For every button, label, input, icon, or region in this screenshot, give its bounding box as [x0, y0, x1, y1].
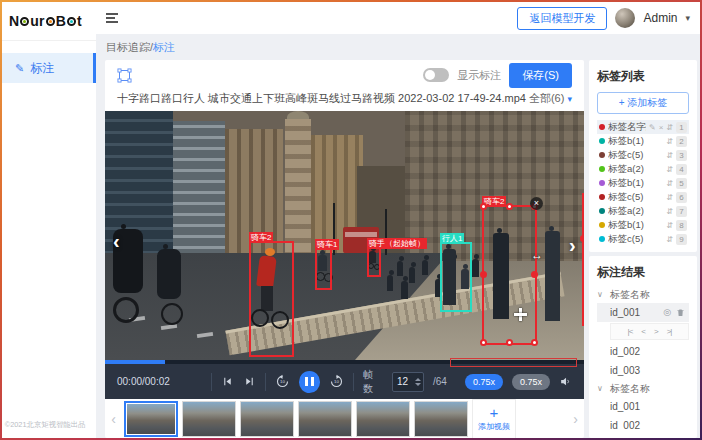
- shortcut-badge: 2: [676, 136, 687, 147]
- volume-icon[interactable]: [559, 375, 572, 388]
- thumbnail-image: [183, 402, 235, 436]
- prev-frame-button[interactable]: [221, 375, 234, 388]
- tree-item[interactable]: id_001: [597, 397, 689, 416]
- next-frame-button[interactable]: [243, 375, 256, 388]
- pencil-icon: ✎: [15, 62, 24, 75]
- rect-select-icon[interactable]: [117, 68, 132, 83]
- add-video-button[interactable]: + 添加视频: [472, 399, 516, 439]
- pager-button[interactable]: >|: [667, 327, 672, 336]
- resize-handle[interactable]: [480, 271, 487, 278]
- back-to-model-dev-button[interactable]: 返回模型开发: [517, 7, 607, 30]
- resize-handle[interactable]: [480, 339, 487, 346]
- filter-dropdown[interactable]: 全部(6) ▾: [529, 91, 572, 106]
- frame-input[interactable]: [392, 372, 424, 392]
- tag-row[interactable]: 标签c(5)⇵3: [597, 148, 689, 162]
- save-button[interactable]: 保存(S): [509, 63, 572, 88]
- video-prev-button[interactable]: ‹: [113, 231, 120, 251]
- frame-stepper[interactable]: [415, 378, 421, 386]
- delete-icon[interactable]: ×: [659, 123, 664, 132]
- thumbnail[interactable]: [298, 401, 352, 437]
- tree-item-label: id_001: [610, 397, 640, 416]
- thumbs-next-button[interactable]: ›: [569, 411, 582, 427]
- resize-handle[interactable]: [506, 339, 513, 346]
- speed-pill-active[interactable]: 0.75x: [465, 374, 503, 390]
- thumbs-prev-button[interactable]: ‹: [107, 411, 120, 427]
- tag-row[interactable]: 标签c(5)⇵9: [597, 232, 689, 246]
- logo-text: t: [77, 13, 82, 29]
- resize-handle[interactable]: [480, 203, 487, 210]
- add-tag-button[interactable]: + 添加标签: [597, 92, 689, 114]
- resize-handle[interactable]: [580, 235, 584, 242]
- breadcrumb-parent[interactable]: 目标追踪: [106, 41, 150, 53]
- video-canvas[interactable]: 骑车2骑车1骑手（起始帧）行人1骑车2×↔ ‹ ›: [105, 111, 584, 360]
- thumbnail[interactable]: [240, 401, 294, 437]
- tag-row[interactable]: 标签b(1)⇵8: [597, 218, 689, 232]
- menu-fold-icon[interactable]: [106, 13, 118, 23]
- tree-group-header[interactable]: ∨标签名称: [597, 286, 689, 303]
- bbox[interactable]: 骑车1: [315, 248, 332, 290]
- sidebar-item-annotate[interactable]: ✎ 标注: [2, 53, 96, 83]
- bbox[interactable]: 行人1: [440, 242, 472, 312]
- frame-number-field[interactable]: [397, 376, 413, 387]
- tag-row[interactable]: 标签名字最长数...✎×⇵1: [597, 120, 689, 134]
- thumbnail[interactable]: [414, 401, 468, 437]
- thumbnail[interactable]: [182, 401, 236, 437]
- edit-icon[interactable]: ✎: [649, 123, 656, 132]
- tag-row[interactable]: 标签c(5)⇵6: [597, 190, 689, 204]
- pager-button[interactable]: <: [641, 327, 645, 336]
- tag-row[interactable]: 标签b(1)⇵2: [597, 134, 689, 148]
- avatar[interactable]: [615, 8, 635, 28]
- video-title: 十字路口路口行人 城市交通上下班高峰斑马线过马路视频 2022-03-02 17…: [117, 91, 526, 106]
- shortcut-arrows-icon: ⇵: [666, 207, 673, 216]
- pause-button[interactable]: [299, 371, 321, 393]
- tag-label: 标签c(5): [608, 149, 663, 162]
- move-cursor-icon: [514, 308, 527, 321]
- show-annotation-toggle[interactable]: [423, 68, 449, 82]
- resize-handle[interactable]: [531, 339, 538, 346]
- tree-item[interactable]: id_002: [597, 342, 689, 361]
- caret-down-icon[interactable]: ▾: [685, 13, 690, 23]
- shortcut-badge: 7: [676, 206, 687, 217]
- breadcrumb: 目标追踪/标注: [106, 40, 697, 55]
- thumbnail-image: [127, 404, 175, 434]
- history-icon[interactable]: ◎: [663, 303, 671, 322]
- thumbnail-image: [299, 402, 351, 436]
- logo-text: B: [56, 13, 66, 29]
- thumbnail[interactable]: [124, 401, 178, 437]
- result-tree: ∨标签名称id_001◎|<<>>|id_002id_003∨标签名称id_00…: [597, 286, 689, 430]
- video-next-button[interactable]: ›: [569, 235, 576, 255]
- tree-item[interactable]: id_003: [597, 361, 689, 380]
- pager-button[interactable]: >: [654, 327, 658, 336]
- tag-label: 标签b(1): [608, 219, 663, 232]
- rewind-10-button[interactable]: 10: [275, 374, 290, 389]
- resize-arrow-icon: ↔: [531, 248, 543, 262]
- user-menu[interactable]: Admin: [643, 11, 677, 25]
- close-icon[interactable]: ×: [530, 197, 543, 210]
- logo-text: ur: [30, 13, 44, 29]
- forward-10-button[interactable]: 10: [329, 374, 344, 389]
- thumbnail[interactable]: [356, 401, 410, 437]
- tree-item[interactable]: id_001◎: [597, 303, 689, 322]
- resize-handle[interactable]: [506, 203, 513, 210]
- bbox[interactable]: 骑手（起始帧）: [367, 247, 381, 277]
- shortcut-arrows-icon: ⇵: [666, 193, 673, 202]
- trash-icon[interactable]: [676, 308, 685, 317]
- speed-pill[interactable]: 0.75x: [512, 374, 550, 390]
- bbox[interactable]: [582, 193, 584, 326]
- bbox[interactable]: 骑车2×↔: [482, 205, 537, 345]
- tree-item[interactable]: id_002: [597, 416, 689, 430]
- tree-group-header[interactable]: ∨标签名称: [597, 380, 689, 397]
- frame-pager[interactable]: |<<>>|: [610, 323, 689, 340]
- tag-row[interactable]: 标签a(2)⇵4: [597, 162, 689, 176]
- time-display: 00:00/00:02: [117, 376, 202, 387]
- tag-row[interactable]: 标签b(1)⇵5: [597, 176, 689, 190]
- bbox[interactable]: 骑车2: [249, 241, 294, 357]
- chevron-down-icon: ∨: [597, 290, 605, 299]
- tree-item-label: id_002: [610, 416, 640, 430]
- annotation-toolbar: 显示标注 保存(S): [105, 60, 584, 90]
- tag-row[interactable]: 标签a(2)⇵7: [597, 204, 689, 218]
- resize-handle[interactable]: [531, 271, 538, 278]
- pager-button[interactable]: |<: [628, 327, 633, 336]
- progress-bar[interactable]: [105, 360, 584, 364]
- tree-group-label: 标签名称: [610, 288, 650, 302]
